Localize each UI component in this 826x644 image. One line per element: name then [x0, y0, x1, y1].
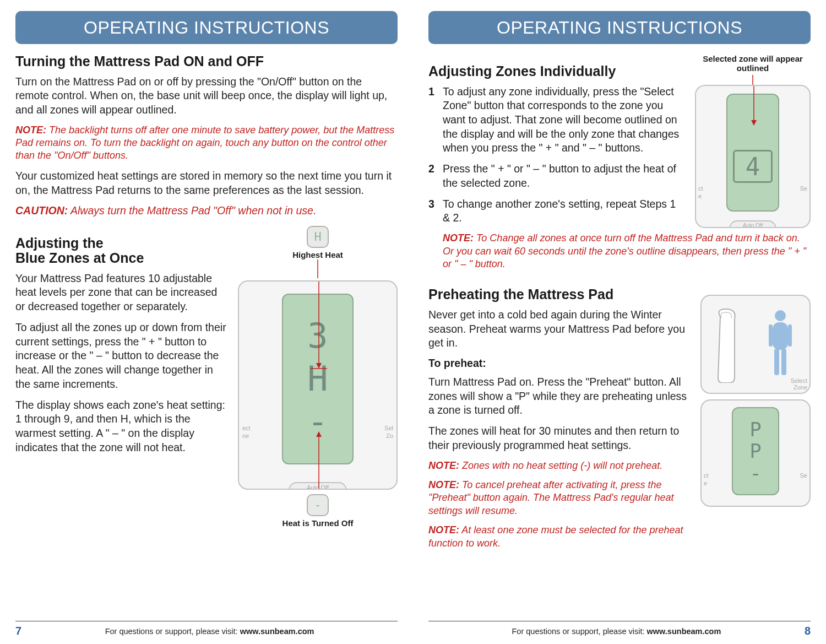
note-label: NOTE: [428, 479, 459, 490]
note-text: To Change all zones at once turn off the… [443, 232, 806, 269]
support-url: www.sunbeam.com [240, 627, 314, 636]
note-text: The backlight turns off after one minute… [15, 125, 394, 161]
body-text: Turn Mattress Pad on. Press the "Preheat… [428, 375, 691, 418]
svg-rect-14 [788, 324, 792, 347]
svg-rect-13 [769, 324, 773, 347]
subhead-topreheat: To preheat: [428, 357, 691, 370]
caption-selected: Selected zone will appear outlined [695, 54, 811, 73]
caution-off: CAUTION: Always turn the Mattress Pad "O… [15, 204, 398, 218]
lcd-digit: P [749, 419, 762, 441]
remote-figure: ect ne Sel Zo Auto Off 3 H - [238, 280, 398, 490]
row-bluezones: Adjusting the Blue Zones at Once Your Ma… [15, 226, 398, 528]
step-text: To adjust any zone individually, press t… [443, 85, 685, 156]
page-number: 7 [15, 625, 21, 637]
section-title-onoff: Turning the Mattress Pad ON and OFF [15, 54, 398, 69]
footer-left: 7 For questions or support, please visit… [15, 621, 398, 637]
footer-right: For questions or support, please visit: … [428, 621, 811, 637]
note-label: NOTE: [443, 232, 474, 243]
svg-rect-10 [773, 322, 788, 350]
steps-list: 1To adjust any zone individually, press … [428, 85, 685, 226]
step-item: 2Press the " + " or " – " button to adju… [428, 162, 685, 190]
body-text: Your customized heat settings are stored… [15, 169, 398, 197]
label-sel: Sel [384, 425, 393, 431]
support-url: www.sunbeam.com [647, 627, 721, 636]
figure-preheat-lcd: ct e Se P P - [700, 399, 811, 507]
page-left: OPERATING INSTRUCTIONS Turning the Mattr… [0, 0, 413, 644]
figure-preheat-icon: Select Zone [700, 295, 811, 394]
support-pre: For questions or support, please visit: [105, 627, 240, 636]
figure-selected-zone: Selected zone will appear outlined ct e … [695, 54, 811, 232]
header-banner: OPERATING INSTRUCTIONS [15, 11, 398, 44]
caution-label: CAUTION: [15, 204, 68, 217]
remote-figure: ct e Se Auto Off 4 [695, 85, 811, 228]
label-ct: ct [698, 185, 703, 192]
label-e: e [704, 480, 707, 486]
support-text: For questions or support, please visit: … [512, 627, 721, 636]
lcd-digit: P [749, 440, 762, 462]
caption-highest: Highest Heat [238, 250, 398, 259]
note-label: NOTE: [428, 524, 459, 535]
body-text: The display shows each zone's heat setti… [15, 398, 228, 455]
caution-text: Always turn the Mattress Pad "Off" when … [70, 204, 316, 217]
h-pill-icon: H [307, 226, 329, 248]
lcd-digit-outlined: 4 [733, 150, 773, 183]
col-text: Adjusting Zones Individually 1To adjust … [428, 54, 685, 232]
minus-pill-icon: - [307, 494, 329, 516]
note-atleastone: NOTE: At least one zone must be selected… [428, 524, 691, 550]
svg-point-9 [775, 310, 786, 321]
body-text: Turn on the Mattress Pad on or off by pr… [15, 75, 398, 117]
note-label: NOTE: [428, 460, 459, 471]
svg-rect-12 [781, 349, 786, 375]
body-text: To adjust all the zones up or down from … [15, 321, 228, 392]
lcd-digit: - [749, 462, 762, 484]
header-title: OPERATING INSTRUCTIONS [84, 18, 329, 38]
body-text: Your Mattress Pad features 10 adjustable… [15, 272, 228, 314]
step-text: To change another zone's setting, repeat… [443, 197, 685, 225]
page-number: 8 [805, 625, 811, 637]
note-backlight: NOTE: The backlight turns off after one … [15, 124, 398, 163]
figure-preheat-col: Select Zone ct e Se P P - [700, 277, 811, 556]
lcd-display: P P - [732, 407, 779, 495]
section-title-bluezones: Adjusting the Blue Zones at Once [15, 236, 228, 266]
col-text: Adjusting the Blue Zones at Once Your Ma… [15, 226, 228, 528]
auto-off-button: Auto Off [289, 482, 347, 490]
label-select: Select [790, 377, 807, 384]
support-text: For questions or support, please visit: … [105, 627, 314, 636]
lcd-display: 4 [726, 94, 779, 212]
col-text: Preheating the Mattress Pad Never get in… [428, 277, 691, 556]
note-text: Zones with no heat setting (-) will not … [462, 460, 662, 471]
label-zo: Zo [386, 432, 393, 439]
arrow-down-icon [312, 259, 323, 278]
auto-off-button: Auto Off [729, 220, 776, 228]
step-item: 1To adjust any zone individually, press … [428, 85, 685, 156]
body-text: Never get into a cold bed again during t… [428, 308, 691, 350]
preheat-icon-box: Select Zone [700, 295, 811, 394]
remote-figure: ct e Se P P - [700, 399, 811, 507]
note-text: At least one zone must be selected for t… [428, 524, 683, 548]
row-adjust-individual: Adjusting Zones Individually 1To adjust … [428, 54, 811, 232]
person-icon [764, 306, 797, 383]
caption-off: Heat is Turned Off [238, 518, 398, 528]
support-pre: For questions or support, please visit: [512, 627, 647, 636]
lcd-digit: - [307, 405, 328, 439]
row-preheat: Preheating the Mattress Pad Never get in… [428, 277, 811, 556]
note-label: NOTE: [15, 125, 46, 136]
blanket-curl-icon [715, 306, 753, 383]
note-change-all: NOTE: To Change all zones at once turn o… [443, 232, 811, 270]
label-ct: ct [704, 472, 709, 479]
section-title-individual: Adjusting Zones Individually [428, 64, 685, 79]
step-text: Press the " + " or " – " button to adjus… [443, 162, 685, 190]
label-zone: Zone [794, 384, 807, 391]
section-title-preheat: Preheating the Mattress Pad [428, 287, 691, 302]
label-e: e [698, 193, 702, 199]
arrow-down-icon [747, 75, 758, 85]
svg-rect-11 [774, 349, 779, 375]
header-banner: OPERATING INSTRUCTIONS [428, 11, 811, 44]
lcd-digit: 3 [307, 319, 328, 353]
label-se: Se [800, 472, 807, 479]
note-cancel: NOTE: To cancel preheat after activating… [428, 479, 691, 517]
lcd-digit: H [307, 362, 328, 396]
body-text: The zones will heat for 30 minutes and t… [428, 424, 691, 452]
label-se: Se [800, 185, 807, 192]
header-title: OPERATING INSTRUCTIONS [497, 18, 742, 38]
